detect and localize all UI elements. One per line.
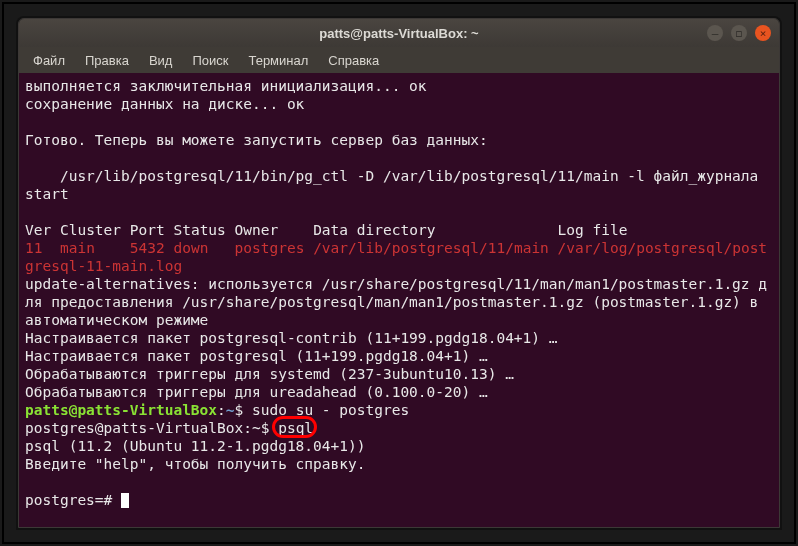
window-title: patts@patts-VirtualBox: ~ — [319, 26, 478, 41]
terminal-window: patts@patts-VirtualBox: ~ – ◻ × Файл Пра… — [18, 18, 780, 528]
menubar: Файл Правка Вид Поиск Терминал Справка — [19, 47, 779, 73]
prompt-line-2: postgres@patts-VirtualBox:~$ psql — [25, 420, 313, 436]
output-line: Настраивается пакет postgresql (11+199.p… — [25, 348, 488, 364]
output-line: Обрабатываются триггеры для ureadahead (… — [25, 384, 488, 400]
psql-prompt: postgres=# — [25, 492, 121, 508]
output-line: Обрабатываются триггеры для systemd (237… — [25, 366, 514, 382]
menu-file[interactable]: Файл — [25, 51, 73, 70]
menu-view[interactable]: Вид — [141, 51, 181, 70]
cluster-data-row: 11 main 5432 down postgres /var/lib/post… — [25, 240, 767, 274]
window-controls: – ◻ × — [707, 25, 771, 41]
output-line: update-alternatives: используется /usr/s… — [25, 276, 767, 328]
output-line: Готово. Теперь вы можете запустить серве… — [25, 132, 488, 148]
command-psql: psql — [278, 420, 313, 436]
maximize-button[interactable]: ◻ — [731, 25, 747, 41]
menu-search[interactable]: Поиск — [184, 51, 236, 70]
menu-edit[interactable]: Правка — [77, 51, 137, 70]
minimize-button[interactable]: – — [707, 25, 723, 41]
cluster-header-row: Ver Cluster Port Status Owner Data direc… — [25, 222, 627, 238]
prompt-line-1: patts@patts-VirtualBox:~$ sudo su - post… — [25, 402, 409, 418]
menu-terminal[interactable]: Терминал — [240, 51, 316, 70]
output-line: Настраивается пакет postgresql-contrib (… — [25, 330, 558, 346]
output-line: psql (11.2 (Ubuntu 11.2-1.pgdg18.04+1)) — [25, 438, 365, 454]
terminal-body[interactable]: выполняется заключительная инициализация… — [19, 73, 779, 527]
command-sudo-su: sudo su - postgres — [252, 402, 409, 418]
output-line: сохранение данных на диске... ок — [25, 96, 304, 112]
cursor — [121, 493, 129, 508]
output-line: /usr/lib/postgresql/11/bin/pg_ctl -D /va… — [25, 168, 767, 202]
close-button[interactable]: × — [755, 25, 771, 41]
titlebar[interactable]: patts@patts-VirtualBox: ~ – ◻ × — [19, 19, 779, 47]
output-line: выполняется заключительная инициализация… — [25, 78, 427, 94]
output-line: Введите "help", чтобы получить справку. — [25, 456, 365, 472]
menu-help[interactable]: Справка — [320, 51, 387, 70]
